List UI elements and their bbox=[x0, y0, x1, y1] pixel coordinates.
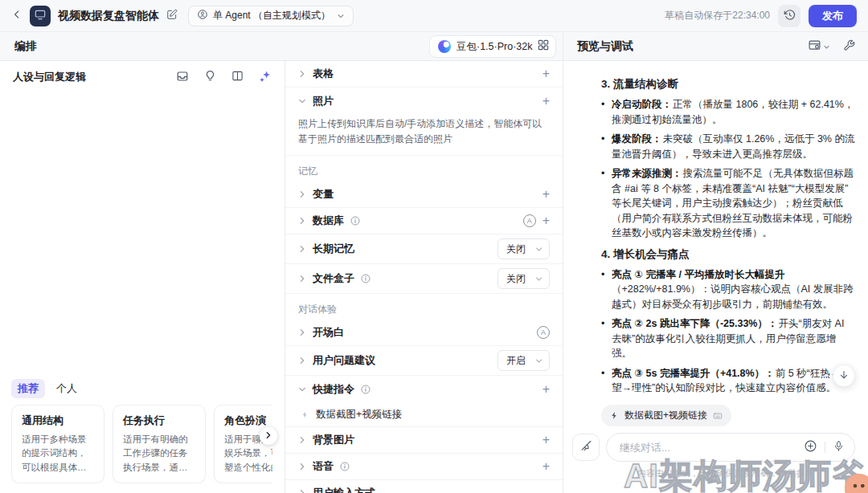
row-label: 快捷指令 bbox=[313, 382, 354, 397]
clear-context-button[interactable] bbox=[572, 434, 600, 461]
row-opening[interactable]: 开场白 A bbox=[285, 320, 563, 346]
template-card-general[interactable]: 通用结构 适用于多种场景的提示词结构，可以根据具体需求增删对应模块 bbox=[11, 405, 104, 484]
scroll-to-bottom-button[interactable] bbox=[833, 365, 855, 387]
preview-toolbar bbox=[808, 39, 855, 55]
ai-optimize-button[interactable] bbox=[259, 70, 272, 85]
chat-transcript[interactable]: 3. 流量结构诊断 • 冷启动阶段：正常（播放量 1806，较往期 + 62.4… bbox=[563, 61, 868, 398]
row-database[interactable]: 数据库 A + bbox=[285, 208, 563, 234]
bullet-lead: 冷启动阶段： bbox=[612, 99, 672, 110]
add-database-button[interactable]: + bbox=[542, 214, 550, 227]
suggestion-select[interactable]: 开启 bbox=[497, 350, 550, 371]
template-card-task[interactable]: 任务执行 适用于有明确的工作步骤的任务执行场景，通过明确每一步骤的工作要求... bbox=[113, 405, 206, 484]
broom-icon bbox=[579, 439, 593, 455]
chat-input[interactable] bbox=[606, 433, 855, 462]
top-bar-right: 草稿自动保存于22:34:00 发布 bbox=[665, 5, 857, 27]
row-input-method[interactable]: 用户输入方式 bbox=[285, 480, 563, 493]
longterm-select[interactable]: 关闭 bbox=[497, 238, 550, 259]
add-shortcut-button[interactable]: + bbox=[542, 383, 550, 396]
apps-grid-icon bbox=[537, 39, 550, 54]
prompt-library-button[interactable] bbox=[176, 70, 189, 85]
select-value: 开启 bbox=[506, 354, 526, 368]
bullet-lead: 亮点 ③ 5s 完播率提升（+41.8%）： bbox=[612, 368, 775, 379]
row-table[interactable]: 表格 + bbox=[285, 61, 563, 88]
row-variable[interactable]: 变量 + bbox=[285, 181, 563, 208]
keyboard-icon bbox=[713, 411, 723, 421]
info-icon bbox=[350, 216, 360, 226]
agent-avatar bbox=[30, 6, 51, 26]
row-filebox[interactable]: 文件盒子 关闭 bbox=[285, 264, 563, 294]
bullet-lead: 异常来源推测： bbox=[612, 168, 682, 179]
version-history-button[interactable] bbox=[778, 5, 800, 27]
chevron-right-icon bbox=[298, 275, 306, 283]
chevron-right-icon bbox=[298, 245, 306, 253]
bullet-item: • 亮点 ① 完播率 / 平均播放时长大幅提升（+282%/+81.9%）：说明… bbox=[601, 267, 855, 312]
persona-panel: 人设与回复逻辑 推荐 个人 通用结构 适用于多种场景的提示词结构，可以根据具体需… bbox=[0, 61, 285, 493]
agent-mode-selector[interactable]: 单 Agent （自主规划模式） bbox=[188, 6, 354, 26]
row-suggestion[interactable]: 用户问题建议 开启 bbox=[285, 346, 563, 376]
debug-panel-button[interactable] bbox=[808, 39, 830, 55]
shortcut-item[interactable]: 数据截图+视频链接 bbox=[285, 402, 563, 427]
chevron-right-icon bbox=[264, 430, 272, 442]
optimize-tip-button[interactable] bbox=[204, 70, 216, 84]
add-photo-button[interactable]: + bbox=[542, 95, 550, 108]
auto-mode-icon[interactable]: A bbox=[537, 326, 550, 339]
section-heading: 4. 增长机会与痛点 bbox=[601, 247, 855, 262]
bolt-icon bbox=[610, 411, 619, 420]
prompt-editor[interactable] bbox=[0, 93, 284, 389]
row-shortcut[interactable]: 快捷指令 + bbox=[285, 376, 563, 402]
quick-command-chip[interactable]: 数据截图+视频链接 bbox=[601, 405, 731, 426]
add-background-button[interactable]: + bbox=[542, 434, 550, 446]
auto-mode-icon[interactable]: A bbox=[523, 214, 536, 227]
chat-input-field[interactable] bbox=[620, 442, 804, 454]
mic-icon bbox=[833, 440, 845, 454]
card-title: 角色扮演 bbox=[224, 414, 272, 428]
preview-panel: 3. 流量结构诊断 • 冷启动阶段：正常（播放量 1806，较往期 + 62.4… bbox=[563, 61, 868, 493]
debug-panel-icon bbox=[808, 39, 821, 55]
row-voice[interactable]: 语音 + bbox=[285, 454, 563, 480]
rename-button[interactable] bbox=[166, 9, 178, 22]
bullet-item: • 亮点 ③ 5s 完播率提升（+41.8%）：前 5 秒“狂热→失望→理性”的… bbox=[601, 366, 855, 396]
row-label: 用户输入方式 bbox=[313, 486, 375, 493]
template-next-button[interactable] bbox=[260, 427, 277, 445]
add-voice-button[interactable]: + bbox=[542, 460, 550, 473]
agent-mode-label: 单 Agent （自主规划模式） bbox=[213, 9, 330, 22]
row-longterm-memory[interactable]: 长期记忆 关闭 bbox=[285, 234, 563, 264]
filebox-select[interactable]: 关闭 bbox=[497, 268, 550, 289]
sparkle-icon bbox=[259, 70, 272, 85]
ai-disclaimer: 内容由AI生成，无法确保真实准确，仅供参考 bbox=[596, 467, 855, 479]
row-photo[interactable]: 照片 + bbox=[285, 88, 563, 114]
tab-recommend[interactable]: 推荐 bbox=[11, 379, 45, 398]
agent-title: 视频数据复盘智能体 bbox=[58, 9, 159, 23]
select-value: 关闭 bbox=[506, 272, 526, 286]
bullet-item: • 冷启动阶段：正常（播放量 1806，较往期 + 62.41%，推测通过初始流… bbox=[601, 97, 855, 127]
publish-button[interactable]: 发布 bbox=[809, 5, 857, 27]
row-background[interactable]: 背景图片 + bbox=[285, 427, 563, 454]
back-button[interactable] bbox=[11, 9, 23, 22]
chat-input-row bbox=[572, 433, 855, 462]
debug-tools-button[interactable] bbox=[843, 39, 855, 54]
template-card-list: 通用结构 适用于多种场景的提示词结构，可以根据具体需求增删对应模块 任务执行 适… bbox=[11, 405, 272, 484]
row-label: 长期记忆 bbox=[313, 242, 354, 256]
quick-command-row: 数据截图+视频链接 bbox=[601, 405, 731, 426]
chevron-down-icon bbox=[298, 97, 306, 105]
doubao-logo-icon bbox=[438, 40, 451, 53]
section-header-row: 编排 豆包·1.5·Pro·32k 预览与调试 bbox=[0, 32, 868, 61]
chevron-right-icon bbox=[298, 70, 306, 78]
attach-button[interactable] bbox=[804, 439, 817, 455]
orchestrate-heading: 编排 bbox=[14, 39, 37, 54]
layout-grid-button[interactable] bbox=[537, 39, 550, 54]
add-table-button[interactable]: + bbox=[542, 67, 550, 80]
info-icon bbox=[361, 274, 371, 283]
split-view-button[interactable] bbox=[231, 70, 244, 84]
chevron-down-icon bbox=[337, 12, 345, 20]
add-variable-button[interactable]: + bbox=[542, 188, 550, 201]
tab-personal[interactable]: 个人 bbox=[56, 381, 77, 396]
plus-circle-icon bbox=[804, 439, 817, 455]
template-tabs: 推荐 个人 bbox=[11, 379, 272, 398]
voice-input-button[interactable] bbox=[833, 440, 845, 454]
chevron-right-icon bbox=[298, 357, 306, 365]
section-heading: 3. 流量结构诊断 bbox=[601, 77, 855, 92]
single-agent-icon bbox=[197, 9, 208, 22]
autosave-status: 草稿自动保存于22:34:00 bbox=[665, 9, 770, 22]
chevron-down-icon bbox=[298, 385, 306, 393]
